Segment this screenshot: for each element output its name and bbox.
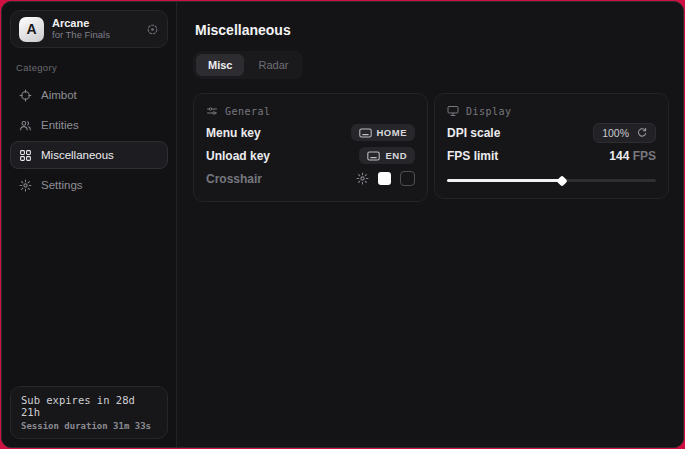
- sidebar-item-miscellaneous[interactable]: Miscellaneous: [10, 141, 168, 169]
- tab-misc[interactable]: Misc: [196, 54, 244, 76]
- grid-icon: [19, 149, 32, 162]
- sliders-icon: [206, 105, 218, 117]
- general-card: General Menu key HOME: [193, 93, 428, 202]
- slider-thumb[interactable]: [556, 175, 567, 186]
- sidebar-item-aimbot[interactable]: Aimbot: [10, 81, 168, 109]
- tab-radar[interactable]: Radar: [246, 54, 300, 76]
- crosshair-enable-checkbox[interactable]: [400, 171, 415, 186]
- cycle-icon: [636, 127, 647, 138]
- brand-subtitle: for The Finals: [52, 30, 138, 41]
- unload-key-bind-button[interactable]: END: [359, 147, 415, 164]
- crosshair-color-swatch[interactable]: [378, 172, 391, 185]
- general-card-header: General: [206, 105, 415, 117]
- crosshair-icon: [19, 89, 32, 102]
- display-card-header: Display: [447, 105, 656, 117]
- app-window: A Arcane for The Finals Category: [1, 1, 684, 448]
- sidebar-item-label: Settings: [41, 179, 83, 191]
- cards-row: General Menu key HOME: [193, 93, 669, 202]
- menu-key-value: HOME: [377, 127, 408, 138]
- users-icon: [19, 119, 32, 132]
- menu-key-label: Menu key: [206, 126, 261, 140]
- crosshair-label: Crosshair: [206, 172, 262, 186]
- dpi-scale-row: DPI scale 100%: [447, 121, 656, 144]
- fps-number: 144: [609, 149, 629, 163]
- fps-limit-slider[interactable]: [447, 173, 656, 187]
- dpi-scale-select[interactable]: 100%: [593, 123, 656, 143]
- sidebar-item-label: Entities: [41, 119, 79, 131]
- unload-key-row: Unload key END: [206, 144, 415, 167]
- fps-unit: FPS: [633, 149, 656, 163]
- general-card-title: General: [225, 106, 271, 117]
- crosshair-controls: [356, 171, 415, 186]
- tab-group: Misc Radar: [193, 51, 303, 79]
- monitor-icon: [447, 105, 459, 117]
- fps-limit-label: FPS limit: [447, 149, 498, 163]
- keyboard-icon: [367, 151, 380, 161]
- dpi-scale-label: DPI scale: [447, 126, 500, 140]
- unload-key-value: END: [385, 150, 407, 161]
- gear-icon: [19, 179, 32, 192]
- unload-key-label: Unload key: [206, 149, 270, 163]
- sidebar-item-label: Miscellaneous: [41, 149, 114, 161]
- crosshair-row: Crosshair: [206, 167, 415, 190]
- display-card: Display DPI scale 100%: [434, 93, 669, 199]
- keyboard-icon: [359, 128, 372, 138]
- sync-icon[interactable]: [146, 23, 159, 36]
- slider-fill: [447, 179, 562, 182]
- sidebar: A Arcane for The Finals Category: [2, 2, 177, 447]
- crosshair-settings-gear-icon[interactable]: [356, 172, 369, 185]
- page-title: Miscellaneous: [195, 22, 669, 38]
- subscription-card: Sub expires in 28d 21h Session duration …: [10, 386, 168, 439]
- brand-text: Arcane for The Finals: [52, 17, 138, 41]
- menu-key-bind-button[interactable]: HOME: [351, 124, 416, 141]
- sidebar-item-entities[interactable]: Entities: [10, 111, 168, 139]
- fps-limit-value: 144 FPS: [609, 149, 656, 163]
- brand-name: Arcane: [52, 17, 138, 30]
- menu-key-row: Menu key HOME: [206, 121, 415, 144]
- sidebar-item-settings[interactable]: Settings: [10, 171, 168, 199]
- dpi-scale-value: 100%: [602, 127, 629, 139]
- sidebar-item-label: Aimbot: [41, 89, 77, 101]
- sub-expires-text: Sub expires in 28d 21h: [21, 394, 157, 418]
- display-card-title: Display: [466, 106, 512, 117]
- brand-card: A Arcane for The Finals: [10, 10, 168, 48]
- category-label: Category: [16, 62, 164, 73]
- session-duration-text: Session duration 31m 33s: [21, 421, 157, 431]
- brand-logo: A: [19, 17, 44, 42]
- fps-limit-row: FPS limit 144 FPS: [447, 144, 656, 167]
- app-backdrop: A Arcane for The Finals Category: [0, 0, 685, 449]
- main-panel: Miscellaneous Misc Radar General: [177, 2, 683, 447]
